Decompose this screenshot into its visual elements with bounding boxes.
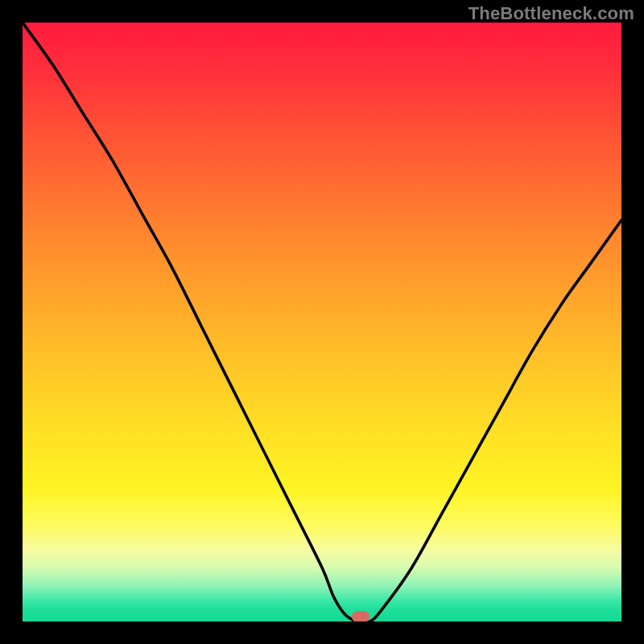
plot-area xyxy=(23,23,621,621)
optimal-marker xyxy=(352,611,369,621)
chart-frame: TheBottleneck.com xyxy=(0,0,644,644)
bottleneck-curve xyxy=(23,23,621,621)
attribution-text: TheBottleneck.com xyxy=(469,3,634,24)
